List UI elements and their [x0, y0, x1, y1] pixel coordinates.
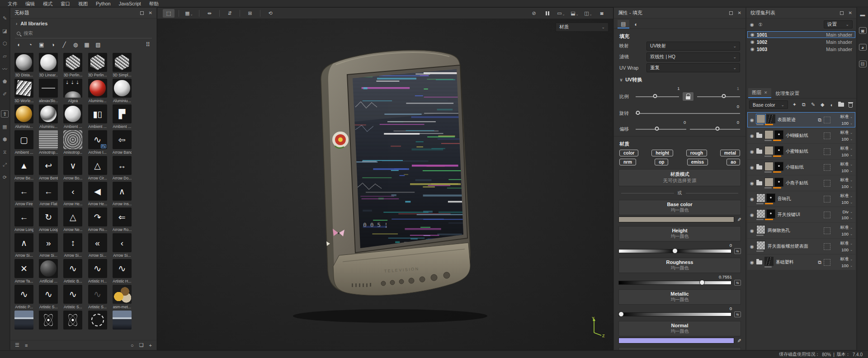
history-button[interactable]: ⊟ [859, 61, 867, 67]
layer-mask-thumbnail[interactable] [774, 146, 783, 155]
asset-item[interactable]: ↩Arrow Bent [39, 156, 58, 180]
slider-handle[interactable] [722, 94, 726, 98]
tab-properties[interactable]: ▤ [618, 20, 629, 28]
rotation-slider[interactable] [636, 113, 740, 114]
asset-item[interactable]: Aluminiu... [88, 79, 107, 103]
layer-thumbnail[interactable] [756, 241, 765, 250]
material-picker-tool[interactable]: ✐ [1, 90, 9, 98]
projection-tool[interactable]: ⬡ [1, 40, 9, 47]
viewport-3d[interactable]: ⬚▦⌄⇹⇵⊞⟲⊘▭⌄⬓⌄◫⌄◙ 材质 ⌄ [157, 7, 613, 350]
close-panel-icon[interactable]: ✕ [149, 10, 152, 15]
layer-mask-thumbnail[interactable] [774, 130, 783, 139]
opacity-dropdown[interactable]: 100⌄ [841, 168, 853, 173]
menu-item-JavaScript[interactable]: JavaScript [115, 0, 145, 7]
texture-set-row[interactable]: ◉1001Main shader [747, 31, 855, 38]
expand-slider-icon[interactable]: ⇆ [734, 280, 741, 286]
asset-item[interactable]: ∧Arrow Ins... [113, 182, 132, 206]
visibility-toggle-icon[interactable]: ◉ [750, 212, 754, 217]
channel-slider[interactable] [618, 281, 731, 285]
layer-mask-thumbnail[interactable] [774, 162, 783, 171]
slider-handle[interactable] [672, 248, 678, 254]
asset-item[interactable]: ∿Artistic H... [113, 259, 132, 283]
reset-view-button[interactable]: ⟲ [264, 9, 276, 18]
visibility-toggle-icon[interactable]: ◉ [750, 165, 754, 170]
menu-item-窗口[interactable]: 窗口 [57, 0, 74, 7]
blend-mode-dropdown[interactable]: 标准⌄ [840, 240, 853, 246]
slider-handle[interactable] [715, 127, 719, 131]
layer-thumbnail[interactable] [756, 209, 765, 218]
channel-header-normal[interactable]: Normal均一颜色 [618, 321, 741, 336]
mirror-x-button[interactable]: ⇹ [203, 9, 215, 18]
uvwrap-dropdown[interactable]: 重复⌄ [646, 63, 740, 72]
visibility-solo-icon[interactable]: ① [759, 22, 763, 27]
collapse-panel-button[interactable]: ▬ [860, 12, 865, 17]
asset-item[interactable]: ∧Arrow Si... [14, 233, 33, 258]
list-view-button[interactable]: ☰ [15, 342, 19, 348]
filter-materials[interactable]: ◐ [16, 42, 22, 48]
layer-row[interactable]: ◉小蝴蝶贴纸标准⌄100⌄ [747, 128, 855, 143]
visibility-toggle-icon[interactable]: ◉ [750, 118, 754, 122]
asset-item[interactable]: ∿Artistic S... [63, 285, 82, 309]
blend-mode-dropdown[interactable]: 标准⌄ [840, 130, 853, 136]
asset-item[interactable]: ‹Arrow He... [63, 182, 82, 206]
visibility-toggle-icon[interactable]: ◉ [750, 228, 754, 233]
asset-item[interactable]: ▛Ambient ... [113, 104, 132, 129]
asset-item[interactable]: ∿Artistic S... [39, 285, 58, 309]
asset-item[interactable]: Anisotrop... [63, 130, 82, 155]
asset-item[interactable]: ⇐Arrow Ro... [113, 207, 132, 232]
channel-header-roughness[interactable]: Roughness均一颜色 [618, 258, 741, 273]
layer-row[interactable]: ◉开关按键UIDiv⌄100⌄ [747, 207, 855, 222]
asset-item[interactable]: ↷Arrow Ro... [88, 207, 107, 232]
display-mode-dropdown[interactable]: ▭⌄ [555, 9, 567, 18]
visibility-toggle-icon[interactable]: ◉ [750, 133, 754, 138]
asset-item[interactable]: ∿Artistic B... [63, 259, 82, 283]
opacity-dropdown[interactable]: 100⌄ [841, 184, 853, 189]
symmetry-toggle[interactable]: ⊘ [528, 9, 540, 18]
asset-item[interactable] [88, 311, 107, 335]
export-button[interactable]: ⇧ [1, 110, 9, 118]
eyedropper-icon[interactable]: ✎ [736, 339, 742, 343]
asset-item[interactable]: 3D Worle... [14, 79, 33, 103]
visibility-all-icon[interactable]: ◉ [750, 22, 754, 27]
asset-item[interactable]: ←Arrow Fire [14, 182, 33, 206]
layer-thumbnail[interactable] [756, 193, 765, 203]
details-view-button[interactable]: ≡ [25, 343, 28, 348]
filter-smart-materials[interactable]: ◔ [27, 42, 33, 48]
menu-item-Python[interactable]: Python [92, 0, 115, 7]
new-folder-button[interactable]: ❏ [139, 342, 144, 348]
expand-slider-icon[interactable]: ⇆ [734, 248, 741, 254]
uv-transform-section[interactable]: ∨ UV转换 [619, 76, 740, 83]
eyedropper-icon[interactable]: ✎ [736, 217, 742, 221]
channel-header-opacity[interactable]: Opacity均一颜色 [618, 347, 741, 350]
reload-resources-button[interactable]: ⟳ [1, 174, 9, 181]
asset-item[interactable]: ⇦Arrow Band [113, 130, 132, 155]
layer-thumbnail[interactable] [764, 146, 774, 155]
asset-item[interactable]: Ambient ... [63, 104, 82, 129]
asset-item[interactable]: 3D Simpl... [113, 53, 132, 77]
layer-mask-thumbnail[interactable] [766, 209, 775, 218]
layer-row[interactable]: ◉音响孔标准⌄100⌄ [747, 191, 855, 207]
tab-texture-set-settings[interactable]: 纹理集设置 [772, 89, 803, 98]
texture-set-settings-dropdown[interactable]: 设置⌄ [824, 20, 853, 28]
asset-item[interactable]: 3D Perlin... [88, 53, 107, 77]
add-effect-button[interactable]: ✦ [792, 102, 797, 108]
display-settings-button[interactable]: ◙ [859, 27, 867, 34]
opacity-dropdown[interactable]: 100⌄ [841, 247, 853, 252]
layer-row[interactable]: ◉小蜜蜂贴纸标准⌄100⌄ [747, 144, 855, 159]
visibility-toggle-icon[interactable]: ◉ [750, 181, 754, 186]
layer-mask-thumbnail[interactable] [774, 178, 783, 187]
add-smart-mask-button[interactable]: ◐ [829, 102, 835, 108]
asset-item[interactable]: ‹Arrow Si... [113, 233, 132, 258]
snapshot-button[interactable]: ◙ [596, 9, 608, 18]
channel-toggle-ao[interactable]: ao [726, 159, 740, 165]
asset-item[interactable]: ▲Arrow Be... [14, 156, 33, 180]
layer-mask-thumbnail[interactable] [766, 193, 775, 203]
menu-item-模式[interactable]: 模式 [39, 0, 57, 7]
visibility-toggle-icon[interactable]: ◉ [750, 39, 755, 44]
material-mode-button[interactable]: 材质模式 无可供选择资源 [618, 169, 741, 186]
asset-item[interactable]: Aluminiu... [39, 104, 58, 129]
transform-tool[interactable]: ⬚ [163, 9, 175, 18]
scale-x-slider[interactable] [636, 96, 679, 97]
visibility-toggle-icon[interactable]: ◉ [750, 197, 754, 202]
import-button[interactable]: + [149, 343, 152, 348]
